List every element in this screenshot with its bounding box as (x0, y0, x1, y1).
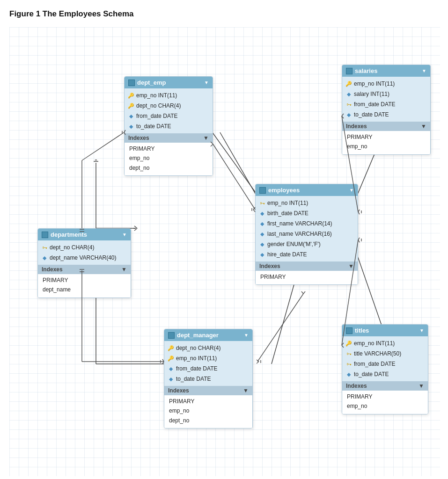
dept-manager-icon (168, 332, 175, 339)
field-row: ◆ first_name VARCHAR(14) (256, 218, 358, 229)
dept-manager-indexes-body: PRIMARY emp_no dept_no (164, 395, 252, 428)
indexes-label: Indexes (128, 135, 149, 141)
field-text: first_name VARCHAR(14) (267, 219, 332, 228)
table-dept-emp: dept_emp ▼ 🔑 emp_no INT(11) 🔑 dept_no CH… (124, 76, 213, 176)
field-text: dept_no CHAR(4) (136, 102, 181, 110)
svg-line-19 (213, 144, 255, 210)
field-row: ◆ to_date DATE (164, 374, 252, 384)
dept-manager-fields: 🔑 dept_no CHAR(4) 🔑 emp_no INT(11) ◆ fro… (164, 341, 252, 386)
key-icon: 🔑 (346, 81, 352, 87)
salaries-indexes-body: PRIMARY emp_no (342, 131, 430, 154)
diagram-area: dept_emp ▼ 🔑 emp_no INT(11) 🔑 dept_no CH… (9, 27, 440, 476)
index-row: emp_no (347, 401, 423, 411)
field-text: emp_no INT(11) (267, 199, 308, 207)
diamond-icon: ◆ (346, 371, 352, 377)
svg-line-35 (358, 240, 360, 242)
indexes-arrow[interactable]: ▼ (419, 383, 424, 389)
departments-arrow[interactable]: ▼ (122, 232, 127, 237)
dept-emp-fields: 🔑 emp_no INT(11) 🔑 dept_no CHAR(4) ◆ fro… (125, 88, 213, 133)
indexes-arrow[interactable]: ▼ (421, 123, 426, 130)
key-yellow-icon: 🗝 (346, 351, 352, 356)
svg-line-34 (358, 238, 360, 240)
diamond-icon: ◆ (259, 210, 265, 216)
diamond-icon: ◆ (168, 366, 174, 371)
key-yellow-icon: 🗝 (259, 200, 265, 206)
dept-manager-indexes-header: Indexes ▼ (164, 386, 252, 395)
diamond-icon: ◆ (259, 221, 265, 226)
svg-line-5 (134, 228, 137, 231)
field-text: to_date DATE (354, 110, 389, 119)
diamond-icon: ◆ (42, 255, 47, 261)
key-yellow-icon: 🗝 (346, 102, 352, 107)
index-row: PRIMARY (260, 272, 353, 282)
indexes-arrow[interactable]: ▼ (203, 135, 209, 141)
index-row: PRIMARY (169, 397, 248, 406)
field-text: to_date DATE (176, 375, 211, 383)
svg-line-53 (257, 362, 259, 363)
employees-indexes-header: Indexes ▼ (256, 261, 358, 271)
svg-line-52 (257, 360, 259, 362)
employees-arrow[interactable]: ▼ (349, 188, 354, 193)
field-row: ◆ hire_date DATE (256, 249, 358, 260)
table-employees: employees ▼ 🗝 emp_no INT(11) ◆ birth_dat… (255, 184, 358, 285)
field-text: emp_no INT(11) (136, 91, 177, 100)
salaries-fields: 🔑 emp_no INT(11) ◆ salary INT(11) 🗝 from… (342, 77, 430, 122)
titles-arrow[interactable]: ▼ (419, 328, 424, 333)
titles-header: titles ▼ (342, 325, 428, 336)
dept-manager-arrow[interactable]: ▼ (244, 333, 249, 338)
employees-title: employees (268, 187, 300, 194)
field-row: ◆ dept_name VARCHAR(40) (38, 253, 131, 263)
salaries-arrow[interactable]: ▼ (422, 68, 426, 73)
field-text: from_date DATE (176, 364, 217, 373)
table-departments: departments ▼ 🗝 dept_no CHAR(4) ◆ dept_n… (37, 228, 131, 298)
field-row: 🔑 emp_no INT(11) (125, 90, 213, 101)
employees-header: employees ▼ (256, 184, 358, 196)
diamond-icon: ◆ (346, 112, 352, 117)
employees-indexes-body: PRIMARY (256, 271, 358, 284)
dept-emp-header: dept_emp ▼ (125, 77, 213, 88)
indexes-label: Indexes (42, 266, 63, 273)
employees-fields: 🗝 emp_no INT(11) ◆ birth_date DATE ◆ fir… (256, 196, 358, 261)
indexes-arrow[interactable]: ▼ (121, 266, 127, 273)
field-text: emp_no INT(11) (354, 80, 395, 88)
key-yellow-icon: 🗝 (346, 361, 352, 367)
field-text: birth_date DATE (267, 209, 308, 218)
indexes-label: Indexes (346, 123, 367, 130)
field-row: ◆ gender ENUM('M','F') (256, 239, 358, 249)
salaries-icon (346, 68, 353, 74)
departments-indexes-body: PRIMARY dept_name (38, 274, 131, 298)
field-row: ◆ to_date DATE (342, 109, 430, 120)
index-row: PRIMARY (129, 144, 208, 153)
index-row: PRIMARY (347, 132, 426, 142)
field-text: to_date DATE (354, 370, 389, 378)
field-text: hire_date DATE (267, 250, 307, 259)
diamond-icon: ◆ (259, 252, 265, 257)
field-text: dept_no CHAR(4) (176, 344, 220, 352)
field-text: salary INT(11) (354, 90, 389, 98)
field-text: emp_no INT(11) (354, 339, 395, 348)
indexes-arrow[interactable]: ▼ (243, 387, 249, 394)
field-text: from_date DATE (354, 360, 395, 368)
titles-fields: 🔑 emp_no INT(11) 🗝 title VARCHAR(50) 🗝 f… (342, 336, 428, 381)
field-row: 🔑 emp_no INT(11) (342, 79, 430, 89)
field-row: 🗝 from_date DATE (342, 359, 428, 369)
indexes-arrow[interactable]: ▼ (348, 263, 354, 269)
index-row: dept_no (129, 163, 208, 173)
diamond-icon: ◆ (259, 231, 265, 237)
dept-manager-title: dept_manager (177, 332, 219, 339)
field-text: emp_no INT(11) (176, 354, 217, 363)
field-row: 🗝 title VARCHAR(50) (342, 348, 428, 359)
field-row: ◆ to_date DATE (342, 369, 428, 379)
svg-line-38 (82, 132, 124, 160)
titles-indexes-header: Indexes ▼ (342, 381, 428, 391)
svg-line-56 (303, 291, 305, 294)
key-yellow-icon: 🗝 (42, 245, 47, 250)
field-row: ◆ birth_date DATE (256, 208, 358, 218)
index-row: PRIMARY (347, 392, 423, 401)
diamond-icon: ◆ (128, 113, 134, 119)
dept-emp-icon (128, 80, 135, 86)
dept-emp-arrow[interactable]: ▼ (204, 80, 209, 85)
index-row: emp_no (169, 406, 248, 415)
salaries-title: salaries (355, 67, 377, 74)
field-row: 🗝 dept_no CHAR(4) (38, 242, 131, 253)
